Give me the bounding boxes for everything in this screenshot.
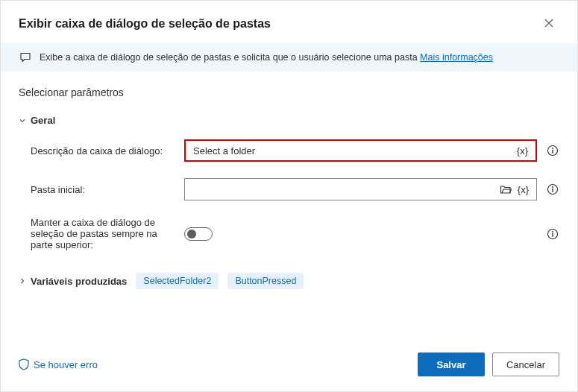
save-button[interactable]: Salvar <box>418 353 485 376</box>
close-button[interactable] <box>538 14 559 33</box>
comment-icon <box>19 51 32 64</box>
initial-folder-input[interactable] <box>192 184 497 195</box>
field-info-button[interactable] <box>546 144 559 157</box>
field-info-button[interactable] <box>546 227 559 241</box>
initial-folder-label: Pasta inicial: <box>19 184 184 195</box>
dialog-footer: Se houver erro Salvar Cancelar <box>1 341 577 391</box>
shield-icon <box>19 358 29 370</box>
variable-brace-icon: {x} <box>517 145 528 157</box>
info-icon <box>547 145 559 157</box>
dialog-title: Exibir caixa de diálogo de seleção de pa… <box>19 17 271 31</box>
svg-rect-5 <box>552 189 553 192</box>
initial-folder-input-wrap[interactable]: {x} <box>184 178 537 200</box>
dialog-header: Exibir caixa de diálogo de seleção de pa… <box>1 1 577 43</box>
description-input-wrap[interactable]: {x} <box>184 139 537 162</box>
variable-brace-icon: {x} <box>518 184 529 195</box>
variable-chip[interactable]: ButtonPressed <box>227 273 304 289</box>
svg-point-4 <box>552 186 553 188</box>
chevron-right-icon <box>19 277 26 285</box>
description-label: Descrição da caixa de diálogo: <box>19 145 184 157</box>
svg-point-1 <box>552 148 553 149</box>
chevron-down-icon <box>19 117 26 124</box>
info-banner: Exibe a caixa de diálogo de seleção de p… <box>1 43 577 72</box>
folder-icon <box>500 184 512 195</box>
info-icon <box>547 228 559 240</box>
svg-rect-2 <box>552 150 553 154</box>
cancel-button[interactable]: Cancelar <box>492 353 559 376</box>
close-icon <box>544 19 553 28</box>
variable-picker-button[interactable]: {x} <box>515 183 532 197</box>
group-general-label: Geral <box>31 115 55 126</box>
field-info-button[interactable] <box>546 183 559 196</box>
on-error-label: Se houver erro <box>34 359 98 370</box>
variables-row: Variáveis produzidas SelectedFolder2 But… <box>19 267 559 289</box>
browse-folder-button[interactable] <box>497 183 515 196</box>
field-row-initial-folder: Pasta inicial: {x} <box>19 178 559 200</box>
dialog-content: Selecionar parâmetros Geral Descrição da… <box>1 72 577 341</box>
description-input[interactable] <box>193 145 514 157</box>
more-info-link[interactable]: Mais informações <box>420 52 493 63</box>
keep-on-top-label: Manter a caixa de diálogo de seleção de … <box>19 217 184 250</box>
info-text: Exibe a caixa de diálogo de seleção de p… <box>40 52 493 63</box>
info-text-body: Exibe a caixa de diálogo de seleção de p… <box>40 52 420 63</box>
toggle-knob <box>187 230 196 238</box>
svg-rect-8 <box>552 233 553 236</box>
variables-header[interactable]: Variáveis produzidas <box>19 276 127 287</box>
svg-point-7 <box>552 231 553 233</box>
group-general-header[interactable]: Geral <box>19 115 559 126</box>
field-row-keep-on-top: Manter a caixa de diálogo de seleção de … <box>19 217 559 250</box>
keep-on-top-toggle[interactable] <box>184 227 213 241</box>
on-error-link[interactable]: Se houver erro <box>19 358 98 370</box>
field-row-description: Descrição da caixa de diálogo: {x} <box>19 139 559 162</box>
variables-label: Variáveis produzidas <box>31 276 127 287</box>
section-title: Selecionar parâmetros <box>19 86 559 98</box>
variable-picker-button[interactable]: {x} <box>514 144 531 158</box>
info-icon <box>547 183 559 195</box>
variable-chip[interactable]: SelectedFolder2 <box>136 273 219 289</box>
